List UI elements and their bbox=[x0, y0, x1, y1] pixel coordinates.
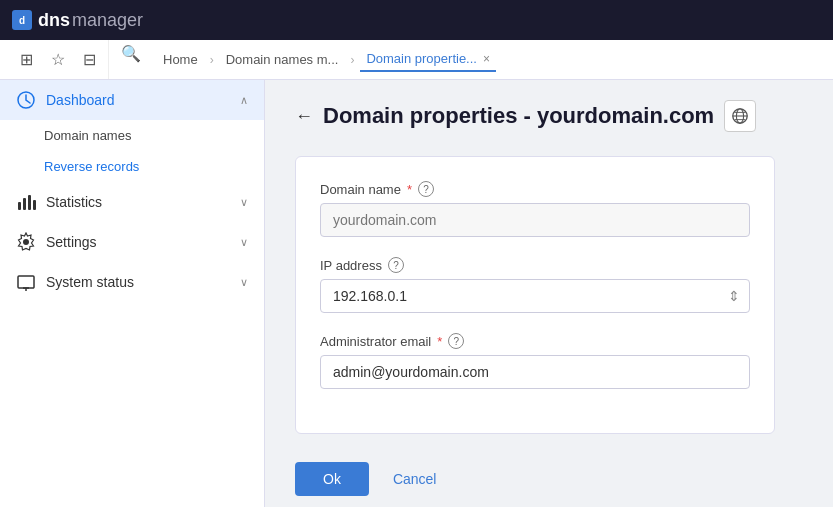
svg-rect-1 bbox=[18, 202, 21, 210]
sidebar-settings-chevron: ∨ bbox=[240, 236, 248, 249]
admin-email-label: Administrator email* ? bbox=[320, 333, 750, 349]
svg-rect-4 bbox=[33, 200, 36, 210]
content-area: ← Domain properties - yourdomain.com Dom… bbox=[265, 80, 833, 507]
domain-name-group: Domain name* ? bbox=[320, 181, 750, 237]
grid-icon[interactable]: ⊞ bbox=[16, 46, 37, 73]
ok-button[interactable]: Ok bbox=[295, 462, 369, 496]
sidebar-system-status-chevron: ∨ bbox=[240, 276, 248, 289]
admin-email-label-text: Administrator email bbox=[320, 334, 431, 349]
logo-manager: manager bbox=[72, 10, 143, 31]
sidebar-item-dashboard[interactable]: Dashboard ∧ bbox=[0, 80, 264, 120]
main-layout: Dashboard ∧ Domain names Reverse records… bbox=[0, 80, 833, 507]
svg-point-5 bbox=[23, 239, 29, 245]
form-actions: Ok Cancel bbox=[295, 462, 803, 496]
domain-name-required: * bbox=[407, 182, 412, 197]
breadcrumb-home[interactable]: Home bbox=[157, 48, 204, 71]
search-icon[interactable]: 🔍 bbox=[117, 40, 145, 79]
sidebar-item-domain-names[interactable]: Domain names bbox=[0, 120, 264, 151]
navtabs: ⊞ ☆ ⊟ 🔍 Home › Domain names m... › Domai… bbox=[0, 40, 833, 80]
sidebar-item-statistics[interactable]: Statistics ∨ bbox=[0, 182, 264, 222]
sidebar-statistics-chevron: ∨ bbox=[240, 196, 248, 209]
domain-name-label: Domain name* ? bbox=[320, 181, 750, 197]
ip-address-help-icon[interactable]: ? bbox=[388, 257, 404, 273]
admin-email-input[interactable] bbox=[320, 355, 750, 389]
svg-rect-2 bbox=[23, 198, 26, 210]
sidebar-item-settings[interactable]: Settings ∨ bbox=[0, 222, 264, 262]
statistics-icon bbox=[16, 192, 36, 212]
sidebar-domain-names-label: Domain names bbox=[44, 128, 131, 143]
breadcrumb-bar: Home › Domain names m... › Domain proper… bbox=[145, 40, 825, 79]
star-icon[interactable]: ☆ bbox=[47, 46, 69, 73]
globe-icon[interactable] bbox=[724, 100, 756, 132]
settings-icon bbox=[16, 232, 36, 252]
topbar: d dns manager bbox=[0, 0, 833, 40]
sidebar: Dashboard ∧ Domain names Reverse records… bbox=[0, 80, 265, 507]
breadcrumb-sep-2: › bbox=[350, 53, 354, 67]
sidebar-item-settings-label: Settings bbox=[46, 234, 230, 250]
page-header: ← Domain properties - yourdomain.com bbox=[295, 100, 803, 132]
sidebar-reverse-records-label: Reverse records bbox=[44, 159, 139, 174]
breadcrumb-active-label: Domain propertie... bbox=[366, 51, 477, 66]
ip-address-label: IP address ? bbox=[320, 257, 750, 273]
svg-rect-6 bbox=[18, 276, 34, 288]
domain-name-input[interactable] bbox=[320, 203, 750, 237]
logo-icon: d bbox=[12, 10, 32, 30]
ip-address-input[interactable] bbox=[320, 279, 750, 313]
ip-address-input-wrapper: ⇕ bbox=[320, 279, 750, 313]
form-card: Domain name* ? IP address ? ⇕ Ad bbox=[295, 156, 775, 434]
nav-icons: ⊞ ☆ ⊟ bbox=[8, 40, 109, 79]
sidebar-dashboard-chevron: ∧ bbox=[240, 94, 248, 107]
sidebar-item-system-status[interactable]: System status ∨ bbox=[0, 262, 264, 302]
dashboard-icon bbox=[16, 90, 36, 110]
sidebar-item-statistics-label: Statistics bbox=[46, 194, 230, 210]
admin-email-required: * bbox=[437, 334, 442, 349]
domain-name-help-icon[interactable]: ? bbox=[418, 181, 434, 197]
sidebar-item-dashboard-label: Dashboard bbox=[46, 92, 230, 108]
tag-icon[interactable]: ⊟ bbox=[79, 46, 100, 73]
ip-address-label-text: IP address bbox=[320, 258, 382, 273]
page-title: Domain properties - yourdomain.com bbox=[323, 103, 714, 129]
logo-dns: dns bbox=[38, 10, 70, 31]
cancel-button[interactable]: Cancel bbox=[381, 462, 449, 496]
back-button[interactable]: ← bbox=[295, 106, 313, 127]
breadcrumb-domain-names[interactable]: Domain names m... bbox=[220, 48, 345, 71]
breadcrumb-sep-1: › bbox=[210, 53, 214, 67]
admin-email-group: Administrator email* ? bbox=[320, 333, 750, 389]
sidebar-item-reverse-records[interactable]: Reverse records bbox=[0, 151, 264, 182]
ip-address-group: IP address ? ⇕ bbox=[320, 257, 750, 313]
sidebar-item-system-status-label: System status bbox=[46, 274, 230, 290]
svg-rect-3 bbox=[28, 195, 31, 210]
breadcrumb-active: Domain propertie... × bbox=[360, 47, 496, 72]
domain-name-label-text: Domain name bbox=[320, 182, 401, 197]
system-status-icon bbox=[16, 272, 36, 292]
logo: d dns manager bbox=[12, 10, 143, 31]
admin-email-help-icon[interactable]: ? bbox=[448, 333, 464, 349]
breadcrumb-close-button[interactable]: × bbox=[483, 52, 490, 66]
ip-sort-icon[interactable]: ⇕ bbox=[728, 288, 740, 304]
